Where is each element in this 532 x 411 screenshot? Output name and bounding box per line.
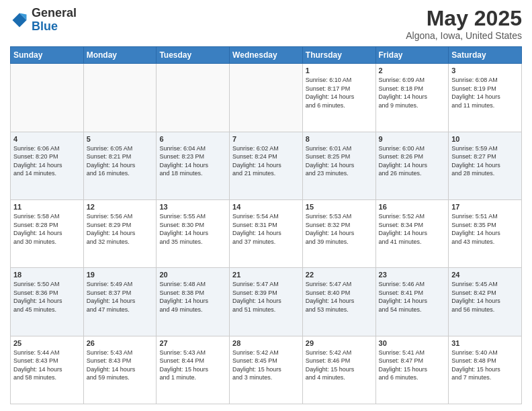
day-cell: 11Sunrise: 5:58 AM Sunset: 8:28 PM Dayli… [11, 199, 84, 267]
day-cell: 29Sunrise: 5:42 AM Sunset: 8:46 PM Dayli… [302, 336, 375, 404]
day-info: Sunrise: 6:02 AM Sunset: 8:24 PM Dayligh… [232, 144, 300, 178]
day-info: Sunrise: 5:45 AM Sunset: 8:42 PM Dayligh… [451, 280, 519, 314]
day-info: Sunrise: 5:48 AM Sunset: 8:38 PM Dayligh… [159, 280, 226, 314]
day-number: 3 [451, 66, 519, 75]
day-info: Sunrise: 5:43 AM Sunset: 8:44 PM Dayligh… [159, 349, 226, 382]
day-info: Sunrise: 5:58 AM Sunset: 8:28 PM Dayligh… [13, 212, 81, 246]
day-info: Sunrise: 6:10 AM Sunset: 8:17 PM Dayligh… [306, 76, 373, 109]
day-number: 16 [379, 203, 446, 211]
day-cell: 27Sunrise: 5:43 AM Sunset: 8:44 PM Dayli… [157, 336, 230, 404]
calendar: SundayMondayTuesdayWednesdayThursdayFrid… [10, 46, 522, 404]
day-info: Sunrise: 5:42 AM Sunset: 8:45 PM Dayligh… [232, 349, 300, 382]
day-cell: 22Sunrise: 5:47 AM Sunset: 8:40 PM Dayli… [302, 268, 375, 336]
week-row-4: 18Sunrise: 5:50 AM Sunset: 8:36 PM Dayli… [11, 268, 522, 336]
day-number: 31 [451, 339, 519, 347]
day-info: Sunrise: 5:44 AM Sunset: 8:43 PM Dayligh… [13, 349, 81, 382]
day-number: 28 [232, 339, 300, 347]
month-title: May 2025 [406, 7, 522, 30]
day-number: 14 [232, 203, 300, 211]
day-info: Sunrise: 5:46 AM Sunset: 8:41 PM Dayligh… [379, 280, 446, 314]
day-number: 9 [379, 135, 446, 143]
day-cell: 24Sunrise: 5:45 AM Sunset: 8:42 PM Dayli… [449, 268, 522, 336]
day-cell [230, 64, 303, 132]
day-info: Sunrise: 5:54 AM Sunset: 8:31 PM Dayligh… [232, 212, 300, 246]
day-number: 23 [379, 271, 446, 279]
logo-blue: Blue [32, 19, 58, 33]
day-cell: 23Sunrise: 5:46 AM Sunset: 8:41 PM Dayli… [375, 268, 449, 336]
day-cell: 19Sunrise: 5:49 AM Sunset: 8:37 PM Dayli… [83, 268, 157, 336]
day-number: 7 [232, 135, 300, 143]
day-info: Sunrise: 5:52 AM Sunset: 8:34 PM Dayligh… [379, 212, 446, 246]
day-cell: 31Sunrise: 5:40 AM Sunset: 8:48 PM Dayli… [449, 336, 522, 404]
day-cell: 10Sunrise: 5:59 AM Sunset: 8:27 PM Dayli… [449, 132, 522, 199]
day-cell [83, 64, 157, 132]
location-subtitle: Algona, Iowa, United States [406, 30, 522, 41]
day-cell: 30Sunrise: 5:41 AM Sunset: 8:47 PM Dayli… [375, 336, 449, 404]
day-number: 20 [159, 271, 226, 279]
day-cell: 6Sunrise: 6:04 AM Sunset: 8:23 PM Daylig… [157, 132, 230, 199]
day-number: 10 [451, 135, 519, 143]
day-header-saturday: Saturday [449, 47, 522, 64]
logo-icon [10, 11, 29, 30]
day-cell: 17Sunrise: 5:51 AM Sunset: 8:35 PM Dayli… [449, 199, 522, 267]
day-info: Sunrise: 6:00 AM Sunset: 8:26 PM Dayligh… [379, 144, 446, 178]
calendar-header-row: SundayMondayTuesdayWednesdayThursdayFrid… [11, 47, 522, 64]
day-number: 15 [306, 203, 373, 211]
day-info: Sunrise: 5:40 AM Sunset: 8:48 PM Dayligh… [451, 349, 519, 382]
day-header-friday: Friday [375, 47, 449, 64]
day-info: Sunrise: 6:05 AM Sunset: 8:21 PM Dayligh… [87, 144, 154, 178]
header: General Blue May 2025 Algona, Iowa, Unit… [10, 7, 522, 41]
day-cell: 21Sunrise: 5:47 AM Sunset: 8:39 PM Dayli… [230, 268, 303, 336]
day-header-sunday: Sunday [11, 47, 84, 64]
day-cell: 28Sunrise: 5:42 AM Sunset: 8:45 PM Dayli… [230, 336, 303, 404]
day-cell: 26Sunrise: 5:43 AM Sunset: 8:43 PM Dayli… [83, 336, 157, 404]
day-info: Sunrise: 6:08 AM Sunset: 8:19 PM Dayligh… [451, 76, 519, 109]
day-info: Sunrise: 5:59 AM Sunset: 8:27 PM Dayligh… [451, 144, 519, 178]
day-number: 13 [159, 203, 226, 211]
day-number: 30 [379, 339, 446, 347]
day-cell [157, 64, 230, 132]
day-info: Sunrise: 5:47 AM Sunset: 8:39 PM Dayligh… [232, 280, 300, 314]
day-info: Sunrise: 5:50 AM Sunset: 8:36 PM Dayligh… [13, 280, 81, 314]
day-cell: 8Sunrise: 6:01 AM Sunset: 8:25 PM Daylig… [302, 132, 375, 199]
day-info: Sunrise: 5:53 AM Sunset: 8:32 PM Dayligh… [306, 212, 373, 246]
day-info: Sunrise: 6:04 AM Sunset: 8:23 PM Dayligh… [159, 144, 226, 178]
day-number: 29 [306, 339, 373, 347]
day-cell: 5Sunrise: 6:05 AM Sunset: 8:21 PM Daylig… [83, 132, 157, 199]
day-header-tuesday: Tuesday [157, 47, 230, 64]
day-number: 25 [13, 339, 81, 347]
day-number: 12 [87, 203, 154, 211]
day-info: Sunrise: 5:47 AM Sunset: 8:40 PM Dayligh… [306, 280, 373, 314]
day-cell [11, 64, 84, 132]
day-info: Sunrise: 5:55 AM Sunset: 8:30 PM Dayligh… [159, 212, 226, 246]
day-cell: 14Sunrise: 5:54 AM Sunset: 8:31 PM Dayli… [230, 199, 303, 267]
day-number: 2 [379, 66, 446, 75]
day-number: 18 [13, 271, 81, 279]
title-block: May 2025 Algona, Iowa, United States [406, 7, 522, 41]
week-row-1: 1Sunrise: 6:10 AM Sunset: 8:17 PM Daylig… [11, 64, 522, 132]
day-number: 6 [159, 135, 226, 143]
day-header-thursday: Thursday [302, 47, 375, 64]
day-number: 22 [306, 271, 373, 279]
day-info: Sunrise: 5:51 AM Sunset: 8:35 PM Dayligh… [451, 212, 519, 246]
day-cell: 9Sunrise: 6:00 AM Sunset: 8:26 PM Daylig… [375, 132, 449, 199]
day-info: Sunrise: 5:56 AM Sunset: 8:29 PM Dayligh… [87, 212, 154, 246]
day-cell: 7Sunrise: 6:02 AM Sunset: 8:24 PM Daylig… [230, 132, 303, 199]
day-cell: 1Sunrise: 6:10 AM Sunset: 8:17 PM Daylig… [302, 64, 375, 132]
day-info: Sunrise: 5:43 AM Sunset: 8:43 PM Dayligh… [87, 349, 154, 382]
day-header-wednesday: Wednesday [230, 47, 303, 64]
day-number: 5 [87, 135, 154, 143]
week-row-5: 25Sunrise: 5:44 AM Sunset: 8:43 PM Dayli… [11, 336, 522, 404]
day-cell: 3Sunrise: 6:08 AM Sunset: 8:19 PM Daylig… [449, 64, 522, 132]
day-info: Sunrise: 6:01 AM Sunset: 8:25 PM Dayligh… [306, 144, 373, 178]
week-row-2: 4Sunrise: 6:06 AM Sunset: 8:20 PM Daylig… [11, 132, 522, 199]
day-cell: 20Sunrise: 5:48 AM Sunset: 8:38 PM Dayli… [157, 268, 230, 336]
day-info: Sunrise: 6:09 AM Sunset: 8:18 PM Dayligh… [379, 76, 446, 109]
day-info: Sunrise: 5:49 AM Sunset: 8:37 PM Dayligh… [87, 280, 154, 314]
day-cell: 4Sunrise: 6:06 AM Sunset: 8:20 PM Daylig… [11, 132, 84, 199]
day-header-monday: Monday [83, 47, 157, 64]
day-number: 27 [159, 339, 226, 347]
logo-general: General [32, 6, 77, 19]
logo: General Blue [10, 7, 77, 34]
day-cell: 12Sunrise: 5:56 AM Sunset: 8:29 PM Dayli… [83, 199, 157, 267]
